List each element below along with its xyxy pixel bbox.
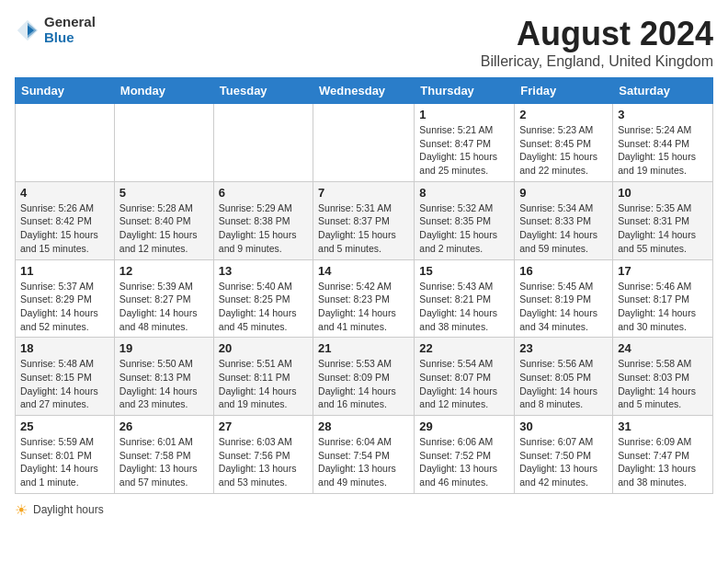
day-number: 5	[119, 186, 209, 200]
day-number: 3	[618, 108, 708, 121]
day-info: Sunrise: 5:35 AM Sunset: 8:31 PM Dayligh…	[618, 201, 708, 256]
day-info: Sunrise: 5:54 AM Sunset: 8:07 PM Dayligh…	[419, 357, 509, 411]
day-number: 20	[219, 341, 308, 355]
day-info: Sunrise: 5:48 AM Sunset: 8:15 PM Dayligh…	[20, 357, 109, 411]
calendar-cell: 20Sunrise: 5:51 AM Sunset: 8:11 PM Dayli…	[213, 338, 313, 416]
day-info: Sunrise: 5:26 AM Sunset: 8:42 PM Dayligh…	[20, 201, 109, 256]
calendar-cell: 16Sunrise: 5:45 AM Sunset: 8:19 PM Dayli…	[515, 259, 613, 338]
calendar-cell: 9Sunrise: 5:34 AM Sunset: 8:33 PM Daylig…	[515, 181, 613, 259]
calendar-cell: 3Sunrise: 5:24 AM Sunset: 8:44 PM Daylig…	[613, 104, 713, 182]
day-number: 16	[519, 264, 608, 278]
day-number: 18	[20, 341, 109, 355]
calendar-cell	[114, 104, 213, 182]
day-info: Sunrise: 6:01 AM Sunset: 7:58 PM Dayligh…	[119, 435, 209, 489]
calendar-cell	[313, 104, 415, 182]
day-number: 29	[419, 419, 509, 433]
day-number: 7	[318, 186, 409, 200]
day-number: 6	[219, 186, 308, 200]
header: General Blue August 2024 Billericay, Eng…	[15, 15, 713, 70]
day-number: 22	[419, 341, 509, 355]
calendar-cell: 13Sunrise: 5:40 AM Sunset: 8:25 PM Dayli…	[213, 259, 313, 338]
day-info: Sunrise: 5:24 AM Sunset: 8:44 PM Dayligh…	[618, 123, 708, 178]
week-row-1: 1Sunrise: 5:21 AM Sunset: 8:47 PM Daylig…	[16, 104, 713, 182]
calendar-cell: 1Sunrise: 5:21 AM Sunset: 8:47 PM Daylig…	[415, 104, 515, 182]
day-info: Sunrise: 5:43 AM Sunset: 8:21 PM Dayligh…	[419, 280, 509, 334]
day-number: 12	[119, 264, 209, 278]
calendar-cell: 25Sunrise: 5:59 AM Sunset: 8:01 PM Dayli…	[16, 416, 115, 494]
day-info: Sunrise: 6:06 AM Sunset: 7:52 PM Dayligh…	[419, 435, 509, 489]
calendar-cell: 24Sunrise: 5:58 AM Sunset: 8:03 PM Dayli…	[613, 338, 713, 416]
day-info: Sunrise: 5:34 AM Sunset: 8:33 PM Dayligh…	[519, 201, 608, 256]
day-number: 15	[419, 264, 509, 278]
day-number: 27	[219, 419, 308, 433]
column-header-sunday: Sunday	[16, 78, 115, 104]
daylight-label: Daylight hours	[33, 503, 104, 516]
calendar-cell: 27Sunrise: 6:03 AM Sunset: 7:56 PM Dayli…	[213, 416, 313, 494]
calendar-cell: 19Sunrise: 5:50 AM Sunset: 8:13 PM Dayli…	[114, 338, 213, 416]
day-number: 26	[119, 419, 209, 433]
logo-icon	[15, 17, 40, 43]
calendar-cell: 23Sunrise: 5:56 AM Sunset: 8:05 PM Dayli…	[515, 338, 613, 416]
calendar-cell: 7Sunrise: 5:31 AM Sunset: 8:37 PM Daylig…	[313, 181, 415, 259]
header-row: SundayMondayTuesdayWednesdayThursdayFrid…	[16, 78, 713, 104]
title-area: August 2024 Billericay, England, United …	[481, 15, 713, 70]
day-info: Sunrise: 5:56 AM Sunset: 8:05 PM Dayligh…	[519, 357, 608, 411]
day-number: 30	[519, 419, 608, 433]
day-number: 4	[20, 186, 109, 200]
calendar-cell: 21Sunrise: 5:53 AM Sunset: 8:09 PM Dayli…	[313, 338, 415, 416]
calendar-cell	[16, 104, 115, 182]
day-info: Sunrise: 5:37 AM Sunset: 8:29 PM Dayligh…	[20, 280, 109, 334]
calendar-cell: 28Sunrise: 6:04 AM Sunset: 7:54 PM Dayli…	[313, 416, 415, 494]
column-header-saturday: Saturday	[613, 78, 713, 104]
week-row-4: 18Sunrise: 5:48 AM Sunset: 8:15 PM Dayli…	[16, 338, 713, 416]
logo: General Blue	[15, 15, 96, 45]
day-info: Sunrise: 5:23 AM Sunset: 8:45 PM Dayligh…	[519, 123, 608, 178]
day-number: 28	[318, 419, 409, 433]
day-info: Sunrise: 5:40 AM Sunset: 8:25 PM Dayligh…	[219, 280, 308, 334]
column-header-friday: Friday	[515, 78, 613, 104]
calendar-cell	[213, 104, 313, 182]
sun-icon: ☀	[15, 501, 28, 519]
day-number: 14	[318, 264, 409, 278]
week-row-2: 4Sunrise: 5:26 AM Sunset: 8:42 PM Daylig…	[16, 181, 713, 259]
week-row-3: 11Sunrise: 5:37 AM Sunset: 8:29 PM Dayli…	[16, 259, 713, 338]
day-info: Sunrise: 5:21 AM Sunset: 8:47 PM Dayligh…	[419, 123, 509, 178]
logo-blue-text: Blue	[44, 30, 96, 46]
subtitle: Billericay, England, United Kingdom	[481, 53, 713, 70]
calendar-cell: 15Sunrise: 5:43 AM Sunset: 8:21 PM Dayli…	[415, 259, 515, 338]
day-number: 19	[119, 341, 209, 355]
calendar-cell: 6Sunrise: 5:29 AM Sunset: 8:38 PM Daylig…	[213, 181, 313, 259]
calendar-table: SundayMondayTuesdayWednesdayThursdayFrid…	[15, 77, 713, 494]
calendar-cell: 29Sunrise: 6:06 AM Sunset: 7:52 PM Dayli…	[415, 416, 515, 494]
day-number: 21	[318, 341, 409, 355]
day-number: 2	[519, 108, 608, 121]
calendar-cell: 31Sunrise: 6:09 AM Sunset: 7:47 PM Dayli…	[613, 416, 713, 494]
day-info: Sunrise: 5:29 AM Sunset: 8:38 PM Dayligh…	[219, 201, 308, 256]
day-info: Sunrise: 6:04 AM Sunset: 7:54 PM Dayligh…	[318, 435, 409, 489]
calendar-cell: 18Sunrise: 5:48 AM Sunset: 8:15 PM Dayli…	[16, 338, 115, 416]
day-number: 10	[618, 186, 708, 200]
column-header-thursday: Thursday	[415, 78, 515, 104]
day-number: 9	[519, 186, 608, 200]
day-number: 24	[618, 341, 708, 355]
week-row-5: 25Sunrise: 5:59 AM Sunset: 8:01 PM Dayli…	[16, 416, 713, 494]
column-header-wednesday: Wednesday	[313, 78, 415, 104]
logo-text: General Blue	[44, 15, 96, 45]
calendar-cell: 5Sunrise: 5:28 AM Sunset: 8:40 PM Daylig…	[114, 181, 213, 259]
calendar-cell: 22Sunrise: 5:54 AM Sunset: 8:07 PM Dayli…	[415, 338, 515, 416]
calendar-cell: 11Sunrise: 5:37 AM Sunset: 8:29 PM Dayli…	[16, 259, 115, 338]
day-info: Sunrise: 5:45 AM Sunset: 8:19 PM Dayligh…	[519, 280, 608, 334]
calendar-cell: 8Sunrise: 5:32 AM Sunset: 8:35 PM Daylig…	[415, 181, 515, 259]
day-info: Sunrise: 5:42 AM Sunset: 8:23 PM Dayligh…	[318, 280, 409, 334]
day-info: Sunrise: 5:31 AM Sunset: 8:37 PM Dayligh…	[318, 201, 409, 256]
day-info: Sunrise: 5:28 AM Sunset: 8:40 PM Dayligh…	[119, 201, 209, 256]
calendar-cell: 14Sunrise: 5:42 AM Sunset: 8:23 PM Dayli…	[313, 259, 415, 338]
day-info: Sunrise: 5:53 AM Sunset: 8:09 PM Dayligh…	[318, 357, 409, 411]
day-info: Sunrise: 5:50 AM Sunset: 8:13 PM Dayligh…	[119, 357, 209, 411]
logo-general-text: General	[44, 15, 96, 30]
calendar-cell: 12Sunrise: 5:39 AM Sunset: 8:27 PM Dayli…	[114, 259, 213, 338]
day-number: 31	[618, 419, 708, 433]
day-info: Sunrise: 5:46 AM Sunset: 8:17 PM Dayligh…	[618, 280, 708, 334]
footer-note: ☀ Daylight hours	[15, 501, 713, 519]
day-info: Sunrise: 5:51 AM Sunset: 8:11 PM Dayligh…	[219, 357, 308, 411]
